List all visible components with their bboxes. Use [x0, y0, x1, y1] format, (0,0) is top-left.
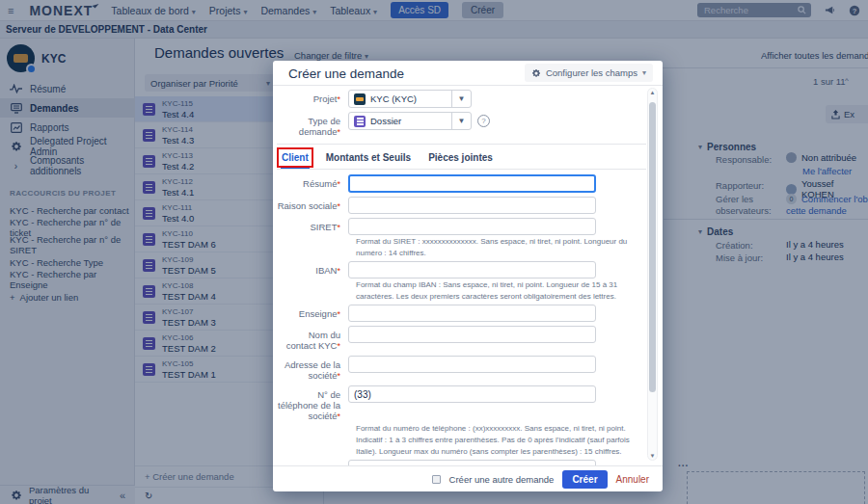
contact-label: Nom du contact KYC* [277, 326, 348, 352]
tab-montants-et-seuils[interactable]: Montants et Seuils [325, 150, 412, 169]
create-issue-dialog: Créer une demande Configurer les champs … [273, 61, 663, 491]
dialog-header: Créer une demande Configurer les champs … [273, 61, 663, 86]
create-another-label: Créer une autre demande [449, 474, 555, 485]
chevron-down-icon: ▼ [451, 113, 471, 129]
siret-input[interactable] [348, 218, 596, 235]
gear-icon [531, 68, 541, 78]
issue-type-field-row: Type de demande* Dossier ▼ ? [277, 112, 646, 138]
dialog-tabs: Client Montants et Seuils Pièces jointes [277, 150, 646, 170]
siret-help-text: Format du SIRET : xxxxxxxxxxxxxx. Sans e… [356, 236, 645, 258]
adresse-field-row: Adresse de la société* [277, 356, 646, 382]
enseigne-field-row: Enseigne* [277, 305, 646, 322]
adresse-label: Adresse de la société* [277, 356, 348, 382]
project-field-row: Projet* KYC (KYC) ▼ [277, 90, 646, 108]
project-label: Projet* [277, 90, 348, 105]
dialog-scrollbar: ▲ ▼ [647, 88, 658, 461]
highlight-annotation [277, 147, 313, 168]
resume-label: Résumé* [277, 174, 348, 190]
siret-label: SIRET* [277, 218, 348, 233]
scroll-down-arrow[interactable]: ▼ [648, 453, 657, 459]
app-window: ≡ MONEXT Tableaux de bord ▾ Projets ▾ De… [0, 0, 868, 504]
tab-pieces-jointes[interactable]: Pièces jointes [427, 150, 494, 169]
adresse-input[interactable] [348, 356, 596, 373]
issue-type-label: Type de demande* [277, 112, 348, 138]
issue-type-help-icon[interactable]: ? [477, 115, 490, 127]
iban-help-text: Format du champ IBAN : Sans espace, ni t… [356, 279, 645, 302]
issue-type-select-value: Dossier [370, 116, 401, 126]
raison-sociale-label: Raison sociale* [277, 197, 348, 212]
iban-label: IBAN* [277, 261, 348, 277]
siret-field-row: SIRET* [277, 218, 646, 235]
iban-input[interactable] [348, 261, 596, 279]
chevron-down-icon: ▼ [451, 91, 471, 107]
configure-fields-button[interactable]: Configurer les champs ▾ [525, 64, 653, 82]
create-another-checkbox[interactable] [432, 475, 441, 484]
raison-sociale-field-row: Raison sociale* [277, 197, 646, 214]
issue-type-select[interactable]: Dossier ▼ [348, 112, 472, 130]
contact-field-row: Nom du contact KYC* [277, 326, 646, 352]
project-select-value: KYC (KYC) [370, 93, 417, 104]
phone-input[interactable] [348, 385, 596, 403]
divider [277, 144, 646, 145]
phone-help-text: Format du numéro de téléphone : (xx)xxxx… [356, 423, 645, 457]
enseigne-input[interactable] [348, 305, 596, 322]
phone-label: N° de téléphone de la société* [277, 385, 348, 422]
tab-client[interactable]: Client [281, 150, 310, 169]
project-select[interactable]: KYC (KYC) ▼ [348, 90, 472, 108]
phone-field-row: N° de téléphone de la société* [277, 385, 646, 422]
issue-type-icon [354, 116, 366, 127]
raison-sociale-input[interactable] [348, 197, 596, 214]
iban-field-row: IBAN* [277, 261, 646, 279]
resume-input[interactable] [348, 174, 596, 193]
dialog-footer: Créer une autre demande Créer Annuler [273, 465, 663, 491]
chevron-down-icon: ▾ [642, 68, 646, 77]
contact-input[interactable] [348, 326, 596, 343]
dialog-title: Créer une demande [288, 66, 404, 81]
dialog-body: Projet* KYC (KYC) ▼ Type de demande* Dos… [273, 86, 646, 465]
resume-field-row: Résumé* [277, 174, 646, 193]
scrollbar-thumb[interactable] [649, 102, 656, 392]
enseigne-label: Enseigne* [277, 305, 348, 320]
cancel-button[interactable]: Annuler [616, 474, 649, 485]
scroll-up-arrow[interactable]: ▲ [648, 90, 657, 95]
create-button[interactable]: Créer [562, 470, 607, 489]
project-avatar-icon [354, 93, 366, 105]
configure-fields-label: Configurer les champs [546, 67, 637, 78]
